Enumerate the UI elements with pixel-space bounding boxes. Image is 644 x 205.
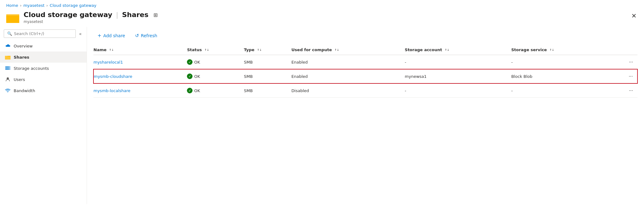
sidebar-item-overview[interactable]: Overview bbox=[0, 40, 87, 51]
search-input[interactable] bbox=[14, 31, 72, 36]
breadcrumb-sep2: › bbox=[46, 3, 48, 8]
sort-storage-service-icon: ↑↓ bbox=[550, 49, 554, 51]
col-used-for-compute[interactable]: Used for compute ↑↓ bbox=[292, 45, 405, 55]
refresh-label: Refresh bbox=[141, 33, 157, 38]
sidebar-item-bandwidth-label: Bandwidth bbox=[14, 88, 35, 93]
cell-type: SMB bbox=[244, 55, 292, 69]
cell-storage-service: - bbox=[511, 83, 614, 98]
refresh-button[interactable]: ↺ Refresh bbox=[131, 31, 161, 41]
col-status[interactable]: Status ↑↓ bbox=[187, 45, 244, 55]
col-actions bbox=[614, 45, 637, 55]
breadcrumb-resource[interactable]: myasetest bbox=[23, 3, 44, 8]
content-area: + Add share ↺ Refresh Name ↑↓ Status ↑↓ bbox=[87, 27, 644, 204]
cell-storage-service: - bbox=[511, 55, 614, 69]
sort-status-icon: ↑↓ bbox=[205, 49, 209, 51]
search-icon: 🔍 bbox=[7, 31, 12, 36]
sort-storage-account-icon: ↑↓ bbox=[445, 49, 449, 51]
cell-status: ✓OK bbox=[187, 55, 244, 69]
table-row[interactable]: mysmb-cloudshare✓OKSMBEnabledmynewsa1Blo… bbox=[93, 69, 637, 83]
cell-storage-account: - bbox=[405, 55, 511, 69]
ok-icon: ✓ bbox=[187, 59, 193, 65]
sidebar-item-storage-accounts-label: Storage accounts bbox=[14, 66, 49, 71]
table-row[interactable]: mysharelocal1✓OKSMBEnabled--··· bbox=[93, 55, 637, 69]
status-text: OK bbox=[194, 74, 200, 79]
cell-storage-account: - bbox=[405, 83, 511, 98]
breadcrumb-page[interactable]: Cloud storage gateway bbox=[50, 3, 96, 8]
sidebar-item-users[interactable]: Users bbox=[0, 74, 87, 85]
cell-name[interactable]: mysmb-cloudshare bbox=[93, 69, 187, 83]
sidebar: 🔍 « Overview Shares bbox=[0, 27, 87, 204]
more-actions-button[interactable]: ··· bbox=[627, 59, 635, 65]
main-layout: 🔍 « Overview Shares bbox=[0, 27, 644, 204]
ok-icon: ✓ bbox=[187, 74, 193, 79]
cell-used-for-compute: Enabled bbox=[292, 69, 405, 83]
breadcrumb-sep1: › bbox=[20, 3, 21, 8]
sidebar-item-storage-accounts[interactable]: Storage accounts bbox=[0, 63, 87, 74]
storage-icon bbox=[5, 65, 11, 71]
table-row[interactable]: mysmb-localshare✓OKSMBDisabled--··· bbox=[93, 83, 637, 98]
person-icon bbox=[5, 77, 11, 82]
add-share-label: Add share bbox=[103, 33, 125, 38]
search-container: 🔍 « bbox=[0, 29, 87, 40]
status-text: OK bbox=[194, 60, 200, 65]
add-icon: + bbox=[98, 33, 102, 38]
collapse-button[interactable]: « bbox=[78, 31, 83, 37]
more-actions-button[interactable]: ··· bbox=[627, 73, 635, 80]
more-actions-button[interactable]: ··· bbox=[627, 87, 635, 94]
shares-folder-icon bbox=[5, 54, 11, 60]
cell-status: ✓OK bbox=[187, 83, 244, 98]
cell-used-for-compute: Enabled bbox=[292, 55, 405, 69]
pin-icon[interactable]: ⊞ bbox=[153, 12, 157, 18]
sort-compute-icon: ↑↓ bbox=[334, 49, 339, 51]
cell-name[interactable]: mysmb-localshare bbox=[93, 83, 187, 98]
sidebar-item-users-label: Users bbox=[14, 77, 25, 82]
close-button[interactable]: ✕ bbox=[630, 11, 638, 20]
page-header: Cloud storage gateway | Shares ⊞ myasete… bbox=[0, 10, 644, 27]
col-name[interactable]: Name ↑↓ bbox=[93, 45, 187, 55]
section-title: Shares bbox=[122, 11, 148, 19]
sort-name-icon: ↑↓ bbox=[109, 49, 114, 51]
col-storage-service[interactable]: Storage service ↑↓ bbox=[511, 45, 614, 55]
cell-more: ··· bbox=[614, 69, 637, 83]
header-left: Cloud storage gateway | Shares ⊞ myasete… bbox=[6, 11, 158, 24]
svg-point-8 bbox=[9, 67, 10, 67]
cloud-icon bbox=[5, 43, 11, 49]
cell-storage-account: mynewsa1 bbox=[405, 69, 511, 83]
title-separator: | bbox=[116, 11, 118, 19]
cell-more: ··· bbox=[614, 83, 637, 98]
breadcrumb-home[interactable]: Home bbox=[6, 3, 18, 8]
sidebar-item-overview-label: Overview bbox=[14, 44, 33, 48]
cell-type: SMB bbox=[244, 69, 292, 83]
sidebar-item-shares-label: Shares bbox=[14, 55, 29, 60]
sort-type-icon: ↑↓ bbox=[257, 49, 262, 51]
page-subtitle: myasetest bbox=[24, 20, 158, 24]
svg-point-9 bbox=[9, 68, 10, 69]
col-storage-account[interactable]: Storage account ↑↓ bbox=[405, 45, 511, 55]
table-body: mysharelocal1✓OKSMBEnabled--···mysmb-clo… bbox=[93, 55, 637, 98]
sidebar-item-shares[interactable]: Shares bbox=[0, 51, 87, 63]
svg-point-10 bbox=[9, 69, 10, 70]
add-share-button[interactable]: + Add share bbox=[93, 31, 129, 41]
sidebar-item-bandwidth[interactable]: Bandwidth bbox=[0, 85, 87, 96]
shares-table: Name ↑↓ Status ↑↓ Type ↑↓ Used for compu… bbox=[93, 45, 638, 98]
cell-storage-service: Block Blob bbox=[511, 69, 614, 83]
wifi-icon bbox=[5, 88, 11, 93]
cell-used-for-compute: Disabled bbox=[292, 83, 405, 98]
folder-icon bbox=[6, 12, 19, 23]
search-box[interactable]: 🔍 bbox=[4, 29, 76, 38]
cell-type: SMB bbox=[244, 83, 292, 98]
title-area: Cloud storage gateway | Shares ⊞ myasete… bbox=[24, 11, 158, 24]
page-title: Cloud storage gateway | Shares ⊞ bbox=[24, 11, 158, 19]
breadcrumb: Home › myasetest › Cloud storage gateway bbox=[0, 0, 644, 10]
cell-name[interactable]: mysharelocal1 bbox=[93, 55, 187, 69]
table-header: Name ↑↓ Status ↑↓ Type ↑↓ Used for compu… bbox=[93, 45, 637, 55]
status-text: OK bbox=[194, 88, 200, 93]
col-type[interactable]: Type ↑↓ bbox=[244, 45, 292, 55]
cell-status: ✓OK bbox=[187, 69, 244, 83]
ok-icon: ✓ bbox=[187, 88, 193, 93]
cell-more: ··· bbox=[614, 55, 637, 69]
toolbar: + Add share ↺ Refresh bbox=[93, 31, 638, 41]
refresh-icon: ↺ bbox=[135, 33, 139, 38]
